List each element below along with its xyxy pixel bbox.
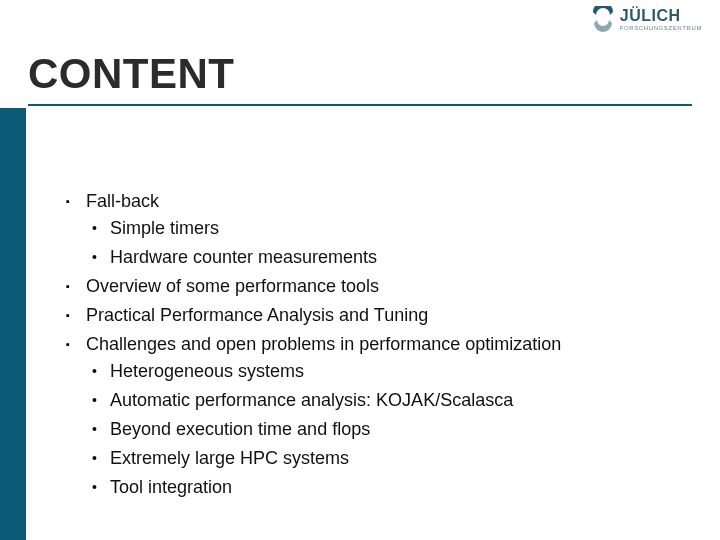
title-wrap: CONTENT bbox=[28, 50, 692, 106]
item-text: Overview of some performance tools bbox=[86, 276, 379, 296]
subitem-text: Extremely large HPC systems bbox=[110, 448, 349, 468]
bullet-list: Fall-back Simple timers Hardware counter… bbox=[66, 188, 690, 501]
list-item: Practical Performance Analysis and Tunin… bbox=[66, 302, 690, 329]
list-subitem: Extremely large HPC systems bbox=[86, 445, 690, 472]
list-subitem: Beyond execution time and flops bbox=[86, 416, 690, 443]
subitem-text: Hardware counter measurements bbox=[110, 247, 377, 267]
logo-subtitle: FORSCHUNGSZENTRUM bbox=[620, 25, 702, 31]
subitem-text: Beyond execution time and flops bbox=[110, 419, 370, 439]
list-subitem: Heterogeneous systems bbox=[86, 358, 690, 385]
list-subitem: Automatic performance analysis: KOJAK/Sc… bbox=[86, 387, 690, 414]
slide: JÜLICH FORSCHUNGSZENTRUM CONTENT Fall-ba… bbox=[0, 0, 720, 540]
logo-mark-icon bbox=[590, 6, 616, 32]
item-text: Practical Performance Analysis and Tunin… bbox=[86, 305, 428, 325]
body-content: Fall-back Simple timers Hardware counter… bbox=[66, 188, 690, 503]
title-underline bbox=[28, 104, 692, 106]
list-subitem: Tool integration bbox=[86, 474, 690, 501]
accent-column bbox=[0, 108, 26, 540]
item-text: Fall-back bbox=[86, 191, 159, 211]
list-item: Fall-back Simple timers Hardware counter… bbox=[66, 188, 690, 271]
list-item: Overview of some performance tools bbox=[66, 273, 690, 300]
list-subitem: Simple timers bbox=[86, 215, 690, 242]
list-subitem: Hardware counter measurements bbox=[86, 244, 690, 271]
subitem-text: Automatic performance analysis: KOJAK/Sc… bbox=[110, 390, 513, 410]
subitem-text: Heterogeneous systems bbox=[110, 361, 304, 381]
subitem-text: Tool integration bbox=[110, 477, 232, 497]
logo-name: JÜLICH bbox=[620, 7, 681, 25]
slide-title: CONTENT bbox=[28, 50, 692, 98]
logo-text: JÜLICH FORSCHUNGSZENTRUM bbox=[620, 7, 702, 31]
item-text: Challenges and open problems in performa… bbox=[86, 334, 561, 354]
subitem-text: Simple timers bbox=[110, 218, 219, 238]
list-item: Challenges and open problems in performa… bbox=[66, 331, 690, 501]
logo: JÜLICH FORSCHUNGSZENTRUM bbox=[590, 6, 702, 32]
